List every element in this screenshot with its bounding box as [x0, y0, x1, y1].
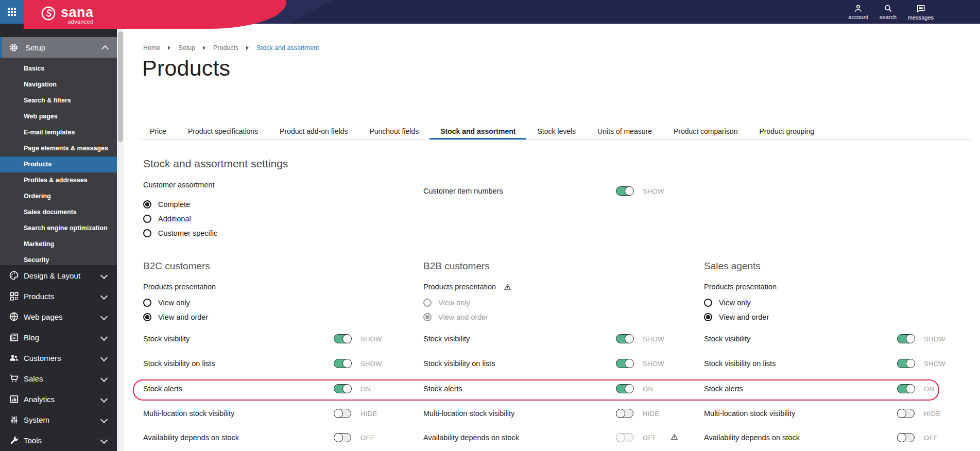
b2c-multi-location-row: Multi-location stock visibility HIDE — [143, 408, 411, 420]
sidebar-item-email-templates[interactable]: E-mail templates — [0, 125, 117, 141]
sidebar-item-analytics[interactable]: Analytics — [0, 389, 117, 409]
palette-icon — [9, 270, 19, 281]
chevron-down-icon — [100, 334, 108, 341]
tab-product-specifications[interactable]: Product specifications — [177, 125, 269, 140]
account-icon — [853, 4, 863, 13]
sa-radio-view-and-order[interactable]: View and order — [704, 310, 769, 324]
tab-stock-levels[interactable]: Stock levels — [526, 125, 587, 140]
radio-selected-icon[interactable] — [143, 313, 151, 321]
chevron-down-icon — [100, 395, 108, 403]
radio-icon[interactable] — [704, 299, 712, 307]
apps-grid-icon — [8, 8, 16, 16]
gear-icon — [9, 43, 19, 53]
b2b-stock-alerts-toggle[interactable] — [616, 384, 633, 393]
breadcrumb-separator-icon — [168, 46, 170, 50]
sidebar-item-setup[interactable]: Setup — [0, 37, 117, 58]
sa-availability-toggle[interactable] — [897, 433, 915, 442]
sa-stock-alerts-toggle[interactable] — [897, 384, 915, 393]
b2b-availability-toggle-disabled[interactable] — [616, 433, 633, 442]
messages-button[interactable]: messages — [908, 4, 934, 21]
sidebar-item-profiles-addresses[interactable]: Profiles & addresses — [0, 172, 117, 188]
radio-selected-icon[interactable] — [704, 313, 712, 321]
sidebar-item-web-pages[interactable]: Web pages — [0, 109, 117, 125]
sidebar-item-seo[interactable]: Search engine optimization — [0, 220, 117, 236]
sidebar-item-customers[interactable]: Customers — [0, 348, 117, 368]
sidebar-item-ordering[interactable]: Ordering — [0, 188, 117, 204]
sidebar-item-sales[interactable]: Sales — [0, 368, 117, 389]
sidebar-item-products-active[interactable]: Products — [0, 157, 117, 172]
sidebar-item-web-pages-section[interactable]: Web pages — [0, 306, 117, 327]
sidebar-item-products-section[interactable]: Products — [0, 286, 117, 306]
breadcrumb-setup[interactable]: Setup — [178, 44, 195, 51]
tab-punchout-fields[interactable]: Punchout fields — [358, 125, 429, 140]
sidebar-item-design-layout[interactable]: Design & Layout — [0, 265, 117, 286]
sa-multi-location-toggle[interactable] — [897, 409, 915, 418]
chevron-down-icon — [100, 272, 108, 279]
radio-selected-icon[interactable] — [143, 200, 151, 209]
breadcrumb-current[interactable]: Stock and assortment — [256, 44, 319, 51]
sidebar-item-sales-documents[interactable]: Sales documents — [0, 204, 117, 220]
sidebar-item-system[interactable]: System — [0, 409, 117, 430]
b2c-radio-view-only[interactable]: View only — [143, 296, 190, 310]
radio-icon[interactable] — [143, 229, 151, 237]
apps-grid-button[interactable] — [0, 0, 24, 24]
b2c-radio-view-and-order[interactable]: View and order — [143, 310, 208, 324]
tab-price[interactable]: Price — [139, 125, 177, 140]
chevron-up-icon — [101, 45, 109, 52]
sa-radio-view-only[interactable]: View only — [704, 296, 751, 310]
sidebar-item-search-filters[interactable]: Search & filters — [0, 93, 117, 109]
sidebar-item-tools[interactable]: Tools — [0, 430, 117, 450]
account-button[interactable]: account — [848, 4, 868, 20]
b2b-stock-visibility-lists-toggle[interactable] — [616, 359, 633, 368]
sidebar-item-page-elements[interactable]: Page elements & messages — [0, 141, 117, 157]
search-button[interactable]: search — [880, 4, 897, 20]
b2b-radio-view-only[interactable]: View only — [423, 296, 470, 310]
warning-icon — [504, 283, 511, 291]
analytics-chart-icon — [9, 394, 19, 404]
tab-product-comparison[interactable]: Product comparison — [663, 125, 749, 140]
b2c-stock-visibility-lists-row: Stock visibility on lists SHOW — [143, 358, 411, 370]
section-heading: Stock and assortment settings — [143, 158, 288, 170]
page-title: Products — [142, 56, 230, 81]
customer-item-numbers-label: Customer item numbers — [423, 187, 503, 195]
tab-product-addon-fields[interactable]: Product add-on fields — [269, 125, 358, 140]
radio-icon[interactable] — [143, 299, 151, 307]
b2b-multi-location-toggle[interactable] — [616, 409, 633, 418]
sa-stock-visibility-lists-row: Stock visibility on lists SHOW — [704, 358, 972, 370]
scrollbar-thumb[interactable] — [118, 31, 123, 142]
blog-news-icon — [9, 333, 19, 342]
breadcrumb-home[interactable]: Home — [143, 44, 160, 51]
b2b-stock-visibility-toggle[interactable] — [616, 334, 633, 343]
sa-stock-visibility-toggle[interactable] — [897, 334, 915, 343]
main-content: Home Setup Products Stock and assortment… — [124, 24, 980, 451]
sidebar-item-marketing[interactable]: Marketing — [0, 236, 117, 252]
sa-availability-row: Availability depends on stock OFF — [704, 432, 972, 444]
radio-icon[interactable] — [423, 299, 432, 307]
customer-item-numbers-row: Customer item numbers SHOW — [423, 186, 691, 197]
b2c-availability-toggle[interactable] — [334, 433, 351, 442]
radio-additional[interactable]: Additional — [143, 212, 191, 226]
radio-selected-icon[interactable] — [423, 313, 432, 321]
sidebar-item-basics[interactable]: Basics — [0, 61, 117, 77]
tools-wrench-icon — [9, 436, 19, 445]
b2c-stock-alerts-toggle[interactable] — [334, 384, 351, 393]
radio-customer-specific[interactable]: Customer specific — [143, 226, 217, 240]
tab-stock-and-assortment-active[interactable]: Stock and assortment — [429, 125, 526, 140]
b2c-stock-visibility-lists-toggle[interactable] — [334, 359, 351, 368]
b2b-radio-view-and-order[interactable]: View and order — [423, 310, 488, 324]
sidebar-item-navigation[interactable]: Navigation — [0, 77, 117, 93]
tab-units-of-measure[interactable]: Units of measure — [587, 125, 663, 140]
sidebar-scrollbar[interactable] — [117, 24, 124, 451]
sana-logo[interactable]: sana advanced — [24, 0, 286, 29]
b2c-multi-location-toggle[interactable] — [334, 409, 351, 418]
breadcrumb-products[interactable]: Products — [213, 44, 238, 51]
breadcrumb: Home Setup Products Stock and assortment — [143, 44, 319, 51]
sa-products-presentation-label-row: Products presentation — [704, 281, 777, 292]
tab-product-grouping[interactable]: Product grouping — [748, 125, 825, 140]
sa-stock-visibility-lists-toggle[interactable] — [897, 359, 915, 368]
customer-item-numbers-toggle[interactable] — [616, 186, 633, 196]
radio-icon[interactable] — [143, 215, 151, 223]
sidebar-item-blog[interactable]: Blog — [0, 327, 117, 348]
radio-complete[interactable]: Complete — [143, 197, 190, 212]
b2c-stock-visibility-toggle[interactable] — [334, 334, 351, 343]
